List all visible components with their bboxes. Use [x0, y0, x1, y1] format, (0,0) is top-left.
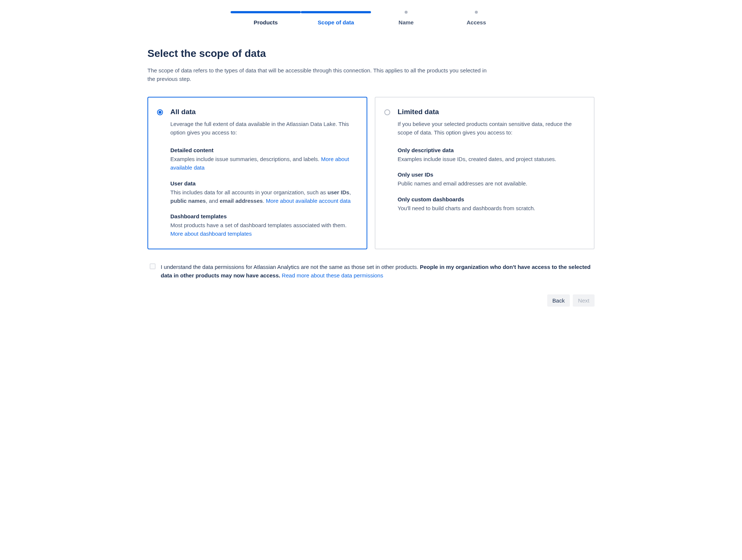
option-title: All data	[170, 108, 356, 116]
option-intro: If you believe your selected products co…	[398, 120, 583, 137]
section-body: Public names and email addresses are not…	[398, 179, 583, 188]
section-text: Most products have a set of dashboard te…	[170, 222, 347, 228]
section-detailed-content: Detailed content Examples include issue …	[170, 147, 356, 172]
step-name[interactable]: Name	[371, 11, 441, 25]
section-body: This includes data for all accounts in y…	[170, 188, 356, 205]
wizard-footer: Back Next	[147, 294, 595, 307]
section-text-prefix: This includes data for all accounts in y…	[170, 189, 327, 195]
section-title: Dashboard templates	[170, 213, 356, 219]
section-only-custom-dashboards: Only custom dashboards You'll need to bu…	[398, 196, 583, 212]
wizard-stepper: Products Scope of data Name Access	[147, 11, 595, 25]
section-text: Examples include issue summaries, descri…	[170, 156, 321, 162]
bold-public-names: public names	[170, 198, 206, 204]
section-title: Only descriptive data	[398, 147, 583, 153]
separator: , and	[206, 198, 220, 204]
option-all-data[interactable]: All data Leverage the full extent of dat…	[147, 97, 367, 249]
step-indicator-dot	[371, 11, 441, 13]
section-title: Only custom dashboards	[398, 196, 583, 202]
link-data-permissions[interactable]: Read more about these data permissions	[282, 272, 383, 279]
consent-prefix: I understand the data permissions for At…	[161, 264, 420, 270]
bold-email-addresses: email addresses	[219, 198, 263, 204]
section-body: Examples include issue summaries, descri…	[170, 155, 356, 172]
section-body: Examples include issue IDs, created date…	[398, 155, 583, 163]
step-label: Scope of data	[318, 19, 354, 25]
step-products[interactable]: Products	[231, 11, 301, 25]
step-scope-of-data[interactable]: Scope of data	[301, 11, 371, 25]
consent-checkbox[interactable]	[150, 263, 156, 269]
scope-options: All data Leverage the full extent of dat…	[147, 97, 595, 249]
section-title: User data	[170, 180, 356, 187]
section-title: Detailed content	[170, 147, 356, 153]
section-body: Most products have a set of dashboard te…	[170, 221, 356, 238]
radio-all-data[interactable]	[157, 109, 163, 115]
step-indicator-bar	[231, 11, 301, 13]
option-limited-data[interactable]: Limited data If you believe your selecte…	[375, 97, 595, 249]
step-label: Name	[399, 19, 414, 25]
section-body: You'll need to build charts and dashboar…	[398, 204, 583, 212]
section-dashboard-templates: Dashboard templates Most products have a…	[170, 213, 356, 238]
section-only-user-ids: Only user IDs Public names and email add…	[398, 171, 583, 188]
bold-user-ids: user IDs	[327, 189, 349, 195]
page-description: The scope of data refers to the types of…	[147, 66, 487, 83]
option-title: Limited data	[398, 108, 583, 116]
link-more-dashboard-templates[interactable]: More about dashboard templates	[170, 231, 252, 237]
section-title: Only user IDs	[398, 171, 583, 178]
link-more-account-data[interactable]: More about available account data	[266, 198, 350, 204]
page-title: Select the scope of data	[147, 48, 595, 59]
consent-row: I understand the data permissions for At…	[147, 263, 595, 280]
section-user-data: User data This includes data for all acc…	[170, 180, 356, 205]
step-indicator-bar	[301, 11, 371, 13]
option-intro: Leverage the full extent of data availab…	[170, 120, 356, 137]
next-button[interactable]: Next	[573, 294, 595, 307]
step-indicator-dot	[441, 11, 511, 13]
step-label: Products	[253, 19, 278, 25]
back-button[interactable]: Back	[547, 294, 570, 307]
separator: ,	[349, 189, 351, 195]
step-label: Access	[467, 19, 486, 25]
step-access[interactable]: Access	[441, 11, 511, 25]
section-only-descriptive: Only descriptive data Examples include i…	[398, 147, 583, 163]
radio-limited-data[interactable]	[384, 109, 390, 115]
consent-text: I understand the data permissions for At…	[161, 263, 595, 280]
